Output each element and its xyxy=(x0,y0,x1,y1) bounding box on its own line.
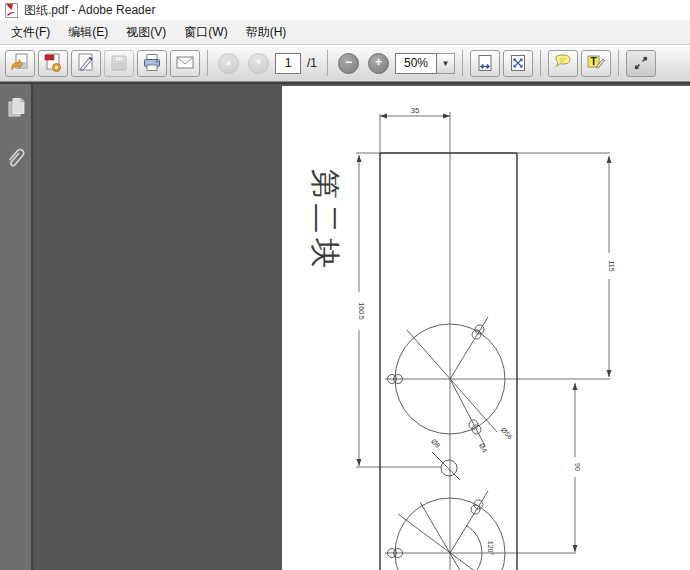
fit-page-button[interactable] xyxy=(503,50,533,77)
create-pdf-icon xyxy=(42,52,64,74)
next-page-button[interactable]: ▼ xyxy=(245,50,272,77)
menu-help[interactable]: 帮助(H) xyxy=(237,21,296,44)
page-annotation-text: 第二块 xyxy=(309,169,342,274)
highlight-text-button[interactable]: T xyxy=(581,50,611,77)
dropdown-arrow-icon: ▼ xyxy=(442,59,450,68)
zoom-in-button[interactable]: + xyxy=(365,50,392,77)
fit-width-button[interactable] xyxy=(470,50,500,77)
dim-spacing-label: 90 xyxy=(574,463,581,471)
page-thumbnails-icon xyxy=(6,96,26,120)
small-hole-dia-label: Ø4 xyxy=(478,442,489,454)
hole-angle-label: 120° xyxy=(487,541,494,556)
create-pdf-button[interactable] xyxy=(38,50,68,77)
window-title: 图纸.pdf - Adobe Reader xyxy=(24,2,155,19)
zoom-in-icon: + xyxy=(368,53,389,74)
sign-button[interactable] xyxy=(71,50,101,77)
zoom-level-control: 50% ▼ xyxy=(395,53,455,74)
part-outline xyxy=(380,153,517,570)
fullscreen-button[interactable] xyxy=(626,50,656,77)
open-button[interactable] xyxy=(5,50,35,77)
menu-view[interactable]: 视图(V) xyxy=(117,21,175,44)
page-total-label: /1 xyxy=(307,56,317,70)
zoom-out-icon: − xyxy=(338,53,359,74)
technical-drawing: 35 160.5 115 xyxy=(282,86,690,570)
page-number-input[interactable] xyxy=(275,53,301,74)
menu-bar: 文件(F) 编辑(E) 视图(V) 窗口(W) 帮助(H) xyxy=(0,20,690,44)
zoom-level-value[interactable]: 50% xyxy=(395,53,437,74)
pdf-app-icon xyxy=(4,3,19,18)
fullscreen-icon xyxy=(631,53,651,73)
save-button[interactable] xyxy=(104,50,134,77)
zoom-out-button[interactable]: − xyxy=(335,50,362,77)
menu-edit[interactable]: 编辑(E) xyxy=(59,21,117,44)
fit-width-icon xyxy=(475,53,495,73)
email-button[interactable] xyxy=(170,50,200,77)
toolbar-separator xyxy=(207,50,208,76)
page-up-icon: ▲ xyxy=(218,53,239,74)
page-down-icon: ▼ xyxy=(248,53,269,74)
mid-hole xyxy=(432,452,460,480)
title-bar: 图纸.pdf - Adobe Reader xyxy=(0,0,690,20)
toolbar-separator xyxy=(540,50,541,76)
bolt-circle-bottom xyxy=(388,491,506,570)
toolbar-separator xyxy=(462,50,463,76)
document-canvas[interactable]: 35 160.5 115 xyxy=(33,84,690,570)
save-icon xyxy=(109,53,129,73)
construction-lines xyxy=(356,112,610,570)
toolbar-separator xyxy=(618,50,619,76)
bolt-circle-top xyxy=(388,317,506,446)
comment-button[interactable] xyxy=(548,50,578,77)
toolbar-separator xyxy=(327,50,328,76)
comment-icon xyxy=(552,52,574,74)
open-icon xyxy=(9,52,31,74)
adobe-reader-window: 图纸.pdf - Adobe Reader 文件(F) 编辑(E) 视图(V) … xyxy=(0,0,690,570)
email-icon xyxy=(174,52,196,74)
print-icon xyxy=(141,52,163,74)
toolbar: ▲ ▼ /1 − + 50% ▼ xyxy=(0,44,690,82)
page-thumbnails-button[interactable] xyxy=(6,96,26,123)
mid-hole-dia-label: Ø8 xyxy=(430,437,442,449)
highlight-icon: T xyxy=(585,52,607,74)
navigation-pane-rail xyxy=(0,84,33,570)
menu-file[interactable]: 文件(F) xyxy=(2,21,59,44)
dim-right-height-label: 115 xyxy=(608,260,615,271)
dim-top-width-label: 35 xyxy=(411,106,420,115)
menu-window[interactable]: 窗口(W) xyxy=(175,21,236,44)
sign-icon xyxy=(75,52,97,74)
bolt-circle-dia-label: Ø56 xyxy=(500,426,514,441)
attachments-button[interactable] xyxy=(6,145,26,174)
fit-page-icon xyxy=(508,53,528,73)
content-area: 35 160.5 115 xyxy=(0,82,690,570)
zoom-dropdown-button[interactable]: ▼ xyxy=(437,53,455,74)
pdf-page: 35 160.5 115 xyxy=(282,86,690,570)
previous-page-button[interactable]: ▲ xyxy=(215,50,242,77)
dim-left-height-label: 160.5 xyxy=(358,302,365,320)
highlight-letter: T xyxy=(590,56,596,67)
print-button[interactable] xyxy=(137,50,167,77)
attachments-icon xyxy=(6,145,26,171)
